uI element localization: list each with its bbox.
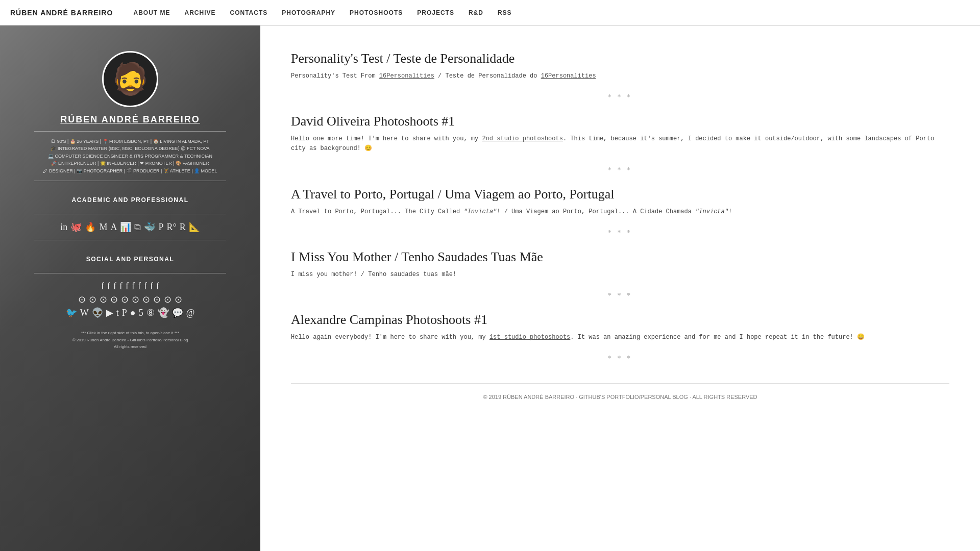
article-3: A Travel to Porto, Portugal / Uma Viagem…	[291, 187, 949, 217]
docker-icon[interactable]: 🐳	[144, 222, 155, 232]
codepen-icon[interactable]: ⧉	[134, 222, 141, 232]
article-1-link2[interactable]: 16Personalities	[541, 72, 596, 80]
instagram-icon-5[interactable]: ⊙	[121, 295, 129, 304]
sidebar-footer-line3: All rights reserved	[114, 344, 146, 349]
separator-3: * * *	[291, 229, 949, 237]
article-1-excerpt: Personality's Test From 16Personalities …	[291, 71, 949, 81]
article-2-title[interactable]: David Oliveira Photoshoots #1	[291, 114, 949, 129]
facebook-icon-8[interactable]: f	[144, 282, 147, 291]
tumblr-icon[interactable]: t	[116, 308, 119, 317]
500px-icon[interactable]: 5	[139, 308, 143, 317]
divider-1	[34, 131, 226, 132]
separator-2: * * *	[291, 166, 949, 174]
circle-icon[interactable]: ⑧	[146, 308, 155, 317]
sidebar-footer: *** Click in the right side of this tab,…	[72, 330, 188, 350]
academic-icons: in 🐙 🔥 M A 📊 ⧉ 🐳 P R° R 📐	[55, 220, 205, 234]
nav-links: ABOUT MEARCHIVECONTACTSPHOTOGRAPHYPHOTOS…	[134, 9, 512, 16]
nav-rss[interactable]: RSS	[498, 9, 512, 16]
nav-about[interactable]: ABOUT ME	[134, 9, 170, 16]
article-3-excerpt: A Travel to Porto, Portugal... The City …	[291, 207, 949, 217]
sidebar: 🧔 RÚBEN ANDRÉ BARREIRO 🗓 90'S | 🎂 26 YEA…	[0, 26, 260, 551]
sidebar-content: 🧔 RÚBEN ANDRÉ BARREIRO 🗓 90'S | 🎂 26 YEA…	[10, 36, 250, 350]
facebook-icon-5[interactable]: f	[126, 282, 129, 291]
researchgate-icon[interactable]: R°	[166, 222, 176, 232]
twitter-icon[interactable]: 🐦	[66, 308, 77, 317]
facebook-icon-3[interactable]: f	[113, 282, 116, 291]
linkedin-icon[interactable]: in	[60, 222, 67, 232]
article-4-excerpt: I miss you mother! / Tenho saudades tuas…	[291, 270, 949, 280]
instagram-icon-10[interactable]: ⊙	[175, 295, 182, 304]
nav-brand[interactable]: RÚBEN ANDRÉ BARREIRO	[10, 9, 113, 17]
article-1-title[interactable]: Personality's Test / Teste de Personalid…	[291, 51, 949, 66]
other-social-row: 🐦 W 👽 ▶ t P ● 5 ⑧ 👻 💬 @	[61, 306, 200, 319]
youtube-icon[interactable]: ▶	[106, 308, 113, 317]
nav-photography[interactable]: PHOTOGRAPHY	[282, 9, 335, 16]
nav-photoshoots[interactable]: PHOTOSHOOTS	[350, 9, 403, 16]
facebook-icon-10[interactable]: f	[156, 282, 159, 291]
academia-icon[interactable]: A	[110, 222, 117, 232]
chat-icon[interactable]: 💬	[172, 308, 183, 317]
main-content: Personality's Test / Teste de Personalid…	[260, 26, 980, 551]
main-footer: © 2019 RÚBEN ANDRÉ BARREIRO · GITHUB'S P…	[291, 383, 949, 400]
medium-icon[interactable]: M	[99, 222, 107, 232]
divider-3	[34, 214, 226, 214]
social-section-title: SOCIAL AND PERSONAL	[86, 256, 175, 263]
page-layout: 🧔 RÚBEN ANDRÉ BARREIRO 🗓 90'S | 🎂 26 YEA…	[0, 26, 980, 551]
nav-projects[interactable]: PROJECTS	[417, 9, 454, 16]
facebook-icon-9[interactable]: f	[150, 282, 153, 291]
tableau-icon[interactable]: 📊	[120, 222, 131, 232]
email-icon[interactable]: @	[186, 308, 195, 317]
nav-archive[interactable]: ARCHIVE	[185, 9, 216, 16]
separator-4: * * *	[291, 292, 949, 300]
separator-1: * * *	[291, 93, 949, 102]
article-5-title[interactable]: Alexandre Campinas Photoshoots #1	[291, 312, 949, 328]
instagram-icon-6[interactable]: ⊙	[132, 295, 139, 304]
navbar: RÚBEN ANDRÉ BARREIRO ABOUT MEARCHIVECONT…	[0, 0, 980, 26]
flickr-icon[interactable]: ●	[130, 308, 136, 317]
orcid-icon[interactable]: R	[180, 222, 186, 232]
article-3-title[interactable]: A Travel to Porto, Portugal / Uma Viagem…	[291, 187, 949, 202]
divider-2	[34, 181, 226, 181]
instagram-icon-9[interactable]: ⊙	[164, 295, 172, 304]
divider-4	[34, 240, 226, 240]
nav-contacts[interactable]: CONTACTS	[230, 9, 268, 16]
publon-icon[interactable]: P	[158, 222, 163, 232]
academic-section-title: ACADEMIC AND PROFESSIONAL	[71, 196, 188, 204]
instagram-icon-8[interactable]: ⊙	[153, 295, 161, 304]
reddit-icon[interactable]: 👽	[92, 308, 103, 317]
facebook-icon-7[interactable]: f	[138, 282, 141, 291]
article-5: Alexandre Campinas Photoshoots #1 Hello …	[291, 312, 949, 342]
wordpress-icon[interactable]: W	[80, 308, 89, 317]
article-5-link[interactable]: 1st studio photoshoots	[489, 334, 570, 341]
sidebar-footer-line1: *** Click in the right side of this tab,…	[81, 331, 179, 335]
sidebar-name[interactable]: RÚBEN ANDRÉ BARREIRO	[60, 114, 200, 125]
article-2: David Oliveira Photoshoots #1 Hello one …	[291, 114, 949, 154]
github-icon[interactable]: 🐙	[70, 222, 82, 232]
facebook-icons-row: f f f f f f f f f f	[96, 280, 164, 293]
article-1-link1[interactable]: 16Personalities	[379, 72, 434, 80]
article-4-title[interactable]: I Miss You Mother / Tenho Saudades Tuas …	[291, 249, 949, 265]
divider-5	[34, 273, 226, 273]
facebook-icon-2[interactable]: f	[107, 282, 110, 291]
pinterest-icon[interactable]: P	[122, 308, 127, 317]
nav-rd[interactable]: R&D	[469, 9, 483, 16]
sidebar-bio: 🗓 90'S | 🎂 26 YEARS | 📍 FROM LISBON, PT …	[38, 138, 222, 174]
avatar-icon: 🧔	[111, 64, 150, 94]
facebook-icon-1[interactable]: f	[101, 282, 104, 291]
hackerrank-icon[interactable]: 🔥	[85, 222, 96, 232]
instagram-icon-3[interactable]: ⊙	[100, 295, 107, 304]
stack-icon[interactable]: 📐	[189, 222, 200, 232]
instagram-icon-2[interactable]: ⊙	[89, 295, 96, 304]
article-2-excerpt: Hello one more time! I'm here to share w…	[291, 134, 949, 154]
facebook-icon-6[interactable]: f	[132, 282, 135, 291]
article-5-excerpt: Hello again everybody! I'm here to share…	[291, 333, 949, 342]
avatar: 🧔	[102, 51, 158, 107]
instagram-icon-1[interactable]: ⊙	[78, 295, 86, 304]
article-1: Personality's Test / Teste de Personalid…	[291, 51, 949, 81]
facebook-icon-4[interactable]: f	[119, 282, 122, 291]
article-2-link[interactable]: 2nd studio photoshoots	[482, 135, 562, 142]
instagram-icon-7[interactable]: ⊙	[142, 295, 150, 304]
sidebar-footer-line2: © 2019 Rúben André Barreiro - GitHub's P…	[72, 338, 188, 342]
snapchat-icon[interactable]: 👻	[158, 308, 169, 317]
instagram-icon-4[interactable]: ⊙	[110, 295, 118, 304]
